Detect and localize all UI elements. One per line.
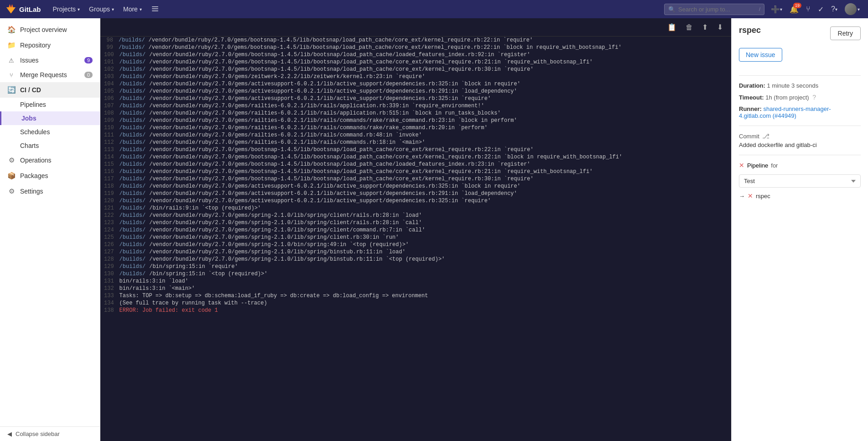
sidebar-item-cicd[interactable]: 🔄 CI / CD [0, 82, 100, 98]
log-line-content: /vendor/bundle/ruby/2.7.0/gems/railties-… [149, 132, 422, 138]
log-line-path: /builds/ [120, 220, 146, 226]
log-line-number: 117 [100, 176, 120, 182]
log-line: 133Tasks: TOP => db:setup => db:schema:l… [100, 292, 731, 299]
sidebar-sub-charts[interactable]: Charts [0, 139, 100, 152]
notifications-button[interactable]: 🔔 19 [787, 0, 801, 18]
job-name: rspec [756, 193, 770, 200]
log-line-path: /builds/ [120, 117, 146, 124]
raw-log-button[interactable]: ⬆ [699, 22, 711, 32]
search-box[interactable]: 🔍 / [664, 4, 764, 15]
sidebar-label-settings: Settings [20, 188, 43, 195]
sidebar-item-issues[interactable]: ⚠ Issues 9 [0, 53, 100, 68]
log-line-number: 107 [100, 103, 120, 109]
avatar-image [845, 3, 857, 15]
nav-activity[interactable] [146, 0, 164, 18]
log-line-number: 100 [100, 52, 120, 58]
plus-chevron-icon: ▾ [780, 7, 782, 12]
pipeline-section: ✕ Pipeline for [739, 162, 861, 169]
commit-message: Added dockerfile and gitlab-ci [739, 142, 861, 148]
copy-log-button[interactable]: 📋 [665, 22, 679, 32]
log-line-text: /builds//vendor/bundle/ruby/2.7.0/gems/s… [120, 249, 405, 255]
log-line-number: 113 [100, 147, 120, 153]
new-issue-button[interactable]: New issue [739, 48, 782, 62]
help-icon: ? [831, 5, 835, 13]
nav-groups[interactable]: Groups ▾ [84, 0, 119, 18]
log-line-text: /builds//vendor/bundle/ruby/2.7.0/gems/a… [120, 88, 517, 94]
log-line-path: /builds/ [120, 110, 146, 116]
log-line-number: 129 [100, 263, 120, 270]
timeout-help-icon[interactable]: ? [812, 94, 816, 101]
schedules-label: Schedules [20, 128, 50, 136]
sidebar-collapse-button[interactable]: ◀ Collapse sidebar [0, 426, 100, 441]
log-line-path: /builds/ [120, 256, 146, 262]
sidebar-item-repository[interactable]: 📁 Repository [0, 37, 100, 53]
search-shortcut: / [759, 6, 760, 12]
sidebar-label-repository: Repository [20, 42, 51, 49]
commit-label-text: Commit [739, 133, 759, 140]
log-line-content: /vendor/bundle/ruby/2.7.0/gems/activesup… [149, 198, 491, 204]
nav-projects[interactable]: Projects ▾ [48, 0, 85, 18]
log-line-text: /builds//vendor/bundle/ruby/2.7.0/gems/s… [120, 234, 399, 241]
retry-button[interactable]: Retry [830, 26, 861, 40]
nav-more[interactable]: More ▾ [119, 0, 146, 18]
sidebar-item-project-overview[interactable]: 🏠 Project overview [0, 22, 100, 37]
timeout-label: Timeout: [739, 94, 764, 101]
duration-value: 1 minute 3 seconds [767, 82, 818, 89]
log-line-path: /builds/ [120, 242, 146, 248]
log-line-text: /builds//vendor/bundle/ruby/2.7.0/gems/b… [120, 161, 530, 168]
sidebar-item-packages[interactable]: 📦 Packages [0, 168, 100, 184]
log-line-content: /vendor/bundle/ruby/2.7.0/gems/zeitwerk-… [149, 74, 425, 80]
log-line-path: /builds/ [120, 147, 146, 153]
log-line-number: 119 [100, 190, 120, 197]
log-line-number: 110 [100, 125, 120, 131]
log-line-text: /builds//vendor/bundle/ruby/2.7.0/gems/a… [120, 190, 517, 197]
log-line-content: /vendor/bundle/ruby/2.7.0/gems/bootsnap-… [149, 44, 622, 51]
sidebar-item-merge-requests[interactable]: ⑂ Merge Requests 0 [0, 68, 100, 82]
main-layout: 🏠 Project overview 📁 Repository ⚠ Issues… [0, 18, 868, 441]
merge-request-icon-btn[interactable]: ⑂ [803, 0, 813, 18]
log-line-path: /builds/ [120, 103, 146, 109]
duration-label: Duration: [739, 82, 765, 89]
search-input[interactable] [678, 6, 756, 13]
log-toolbar: 📋 🗑 ⬆ ⬇ [100, 18, 731, 37]
merge-requests-icon: ⑂ [7, 72, 16, 79]
log-line-number: 99 [100, 44, 119, 51]
log-line: 124/builds//vendor/bundle/ruby/2.7.0/gem… [100, 226, 731, 234]
log-line-text: /builds//vendor/bundle/ruby/2.7.0/gems/b… [120, 147, 534, 153]
plus-icon: ➕ [771, 5, 780, 14]
sidebar-sub-schedules[interactable]: Schedules [0, 125, 100, 139]
erase-log-button[interactable]: 🗑 [683, 22, 696, 32]
log-line-content: /vendor/bundle/ruby/2.7.0/gems/railties-… [149, 117, 517, 124]
user-avatar[interactable]: ▾ [842, 0, 863, 18]
top-nav: GitLab Projects ▾ Groups ▾ More ▾ 🔍 / ➕ … [0, 0, 868, 18]
sidebar-label-packages: Packages [20, 172, 48, 179]
todo-button[interactable]: ✓ [815, 0, 826, 18]
sidebar-item-operations[interactable]: ⚙ Operations [0, 152, 100, 168]
log-line-path: /builds/ [120, 190, 146, 197]
log-line-content: /vendor/bundle/ruby/2.7.0/gems/railties-… [149, 125, 488, 131]
log-line-content: /vendor/bundle/ruby/2.7.0/gems/bootsnap-… [149, 154, 622, 160]
log-line: 131bin/rails:3:in `load' [100, 278, 731, 285]
sidebar-sub-pipelines[interactable]: Pipelines [0, 98, 100, 111]
log-line-path: /builds/ [120, 66, 146, 73]
gitlab-logo[interactable]: GitLab [5, 4, 41, 15]
pipeline-row: ✕ Pipeline for [739, 162, 861, 169]
sidebar-label-operations: Operations [20, 157, 51, 164]
charts-label: Charts [20, 142, 39, 149]
log-line-path: /builds/ [120, 168, 146, 175]
log-panel[interactable]: 📋 🗑 ⬆ ⬇ 98/builds//vendor/bundle/ruby/2.… [100, 18, 731, 441]
packages-icon: 📦 [7, 172, 16, 180]
log-line: 119/builds//vendor/bundle/ruby/2.7.0/gem… [100, 190, 731, 197]
log-line-number: 130 [100, 271, 120, 277]
sidebar-sub-jobs[interactable]: Jobs [0, 111, 100, 125]
create-button[interactable]: ➕ ▾ [768, 0, 785, 18]
stage-selector[interactable]: TestBuildDeploy [739, 174, 861, 188]
timeout-value: 1h (from project) [765, 94, 809, 101]
log-line-number: 109 [100, 117, 120, 124]
log-line-number: 123 [100, 220, 120, 226]
download-log-button[interactable]: ⬇ [714, 22, 726, 32]
pipeline-fail-icon: ✕ [739, 162, 744, 169]
help-button[interactable]: ? ▾ [828, 0, 840, 18]
log-line: 113/builds//vendor/bundle/ruby/2.7.0/gem… [100, 146, 731, 153]
sidebar-item-settings[interactable]: ⚙ Settings [0, 184, 100, 199]
